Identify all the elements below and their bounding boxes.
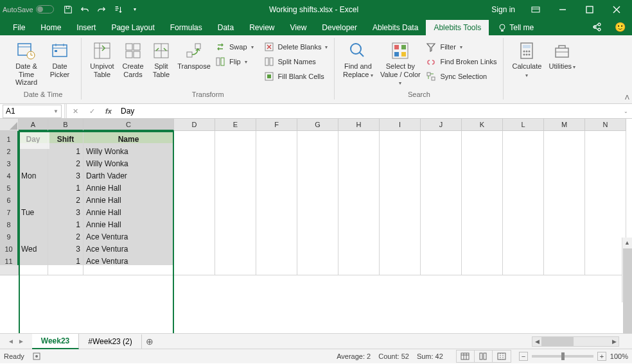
scroll-right-button[interactable]: ▶: [610, 338, 619, 345]
normal-view-button[interactable]: [457, 351, 475, 362]
name-box[interactable]: A1▼: [3, 105, 62, 118]
hscroll-thumb[interactable]: [541, 337, 574, 346]
cell-12-A[interactable]: [19, 265, 48, 275]
undo-button[interactable]: [77, 2, 92, 17]
flip-button[interactable]: Flip: [214, 55, 255, 68]
find-replace-button[interactable]: Find and Replace: [340, 39, 376, 87]
close-button[interactable]: [604, 0, 629, 19]
scroll-left-button[interactable]: ◀: [532, 338, 541, 345]
col-header-C[interactable]: C: [83, 119, 174, 131]
page-break-view-button[interactable]: [493, 351, 511, 362]
macro-record-icon[interactable]: [32, 352, 41, 361]
split-table-button[interactable]: Split Table: [148, 39, 174, 83]
ribbon-display-options[interactable]: [523, 0, 549, 19]
cell-12-C[interactable]: [83, 265, 174, 275]
tab-page-layout[interactable]: Page Layout: [103, 20, 162, 35]
cell-12-E[interactable]: [215, 265, 256, 275]
cell-12-K[interactable]: [462, 265, 503, 275]
col-header-N[interactable]: N: [585, 119, 626, 131]
save-button[interactable]: [60, 2, 76, 17]
cell-12-H[interactable]: [338, 265, 380, 275]
tab-view[interactable]: View: [283, 20, 315, 35]
col-header-B[interactable]: B: [48, 119, 83, 131]
transpose-button[interactable]: Transpose: [175, 39, 213, 83]
split-names-button[interactable]: Split Names: [263, 55, 329, 68]
col-header-A[interactable]: A: [19, 119, 48, 131]
enter-button[interactable]: ✓: [83, 104, 100, 119]
col-header-K[interactable]: K: [462, 119, 503, 131]
tab-file[interactable]: File: [5, 20, 33, 35]
col-header-H[interactable]: H: [338, 119, 380, 131]
find-broken-links-button[interactable]: Find Broken Links: [425, 55, 498, 68]
tellme-button[interactable]: Tell me: [493, 20, 539, 35]
col-header-E[interactable]: E: [215, 119, 256, 131]
scroll-up-button[interactable]: ▲: [622, 238, 632, 248]
sheet-nav-last[interactable]: ►: [18, 338, 24, 345]
sort-button[interactable]: [110, 2, 126, 17]
insert-function-button[interactable]: fx: [100, 104, 117, 119]
autosave-toggle[interactable]: AutoSave: [3, 5, 54, 13]
cell-12-G[interactable]: [297, 265, 338, 275]
minimize-button[interactable]: [550, 0, 575, 19]
cell-12-F[interactable]: [256, 265, 297, 275]
utilities-button[interactable]: Utilities: [546, 39, 578, 78]
col-header-L[interactable]: L: [503, 119, 544, 131]
row-header-12[interactable]: [0, 265, 19, 275]
feedback-emoji-icon[interactable]: 🙂: [608, 19, 632, 35]
namebox-dropdown[interactable]: ▼: [53, 108, 58, 114]
signin-button[interactable]: Sign in: [485, 3, 522, 17]
tab-data[interactable]: Data: [210, 20, 241, 35]
tab-home[interactable]: Home: [33, 20, 69, 35]
cell-12-J[interactable]: [421, 265, 462, 275]
vertical-scrollbar[interactable]: ▲: [622, 238, 632, 302]
calculate-button[interactable]: Calculate: [509, 39, 545, 78]
col-header-J[interactable]: J: [421, 119, 462, 131]
sheet-nav-first[interactable]: ◄: [8, 338, 14, 345]
select-all-corner[interactable]: [0, 119, 19, 131]
cell-12-I[interactable]: [380, 265, 421, 275]
col-header-M[interactable]: M: [544, 119, 585, 131]
tab-ablebits-tools[interactable]: Ablebits Tools: [426, 20, 489, 35]
col-header-I[interactable]: I: [380, 119, 421, 131]
expand-formula-bar-button[interactable]: ⌄: [619, 108, 632, 114]
cell-12-L[interactable]: [503, 265, 544, 275]
zoom-in-button[interactable]: +: [597, 352, 606, 361]
zoom-level[interactable]: 100%: [610, 352, 628, 360]
cell-12-D[interactable]: [174, 265, 215, 275]
cell-12-N[interactable]: [585, 265, 626, 275]
cell-12-B[interactable]: [48, 265, 83, 275]
sheet-tab-week23[interactable]: Week23: [32, 334, 79, 349]
collapse-ribbon-button[interactable]: ᐱ: [625, 94, 629, 101]
share-button[interactable]: [585, 19, 608, 35]
delete-blanks-button[interactable]: Delete Blanks: [263, 40, 329, 53]
select-by-value-color-button[interactable]: Select by Value / Color: [377, 39, 423, 87]
create-cards-button[interactable]: Create Cards: [119, 39, 147, 83]
col-header-F[interactable]: F: [256, 119, 297, 131]
date-time-wizard-button[interactable]: Date & Time Wizard: [10, 39, 42, 87]
cell-12-M[interactable]: [544, 265, 585, 275]
scroll-thumb[interactable]: [623, 248, 632, 333]
fill-blank-cells-button[interactable]: Fill Blank Cells: [263, 70, 329, 83]
page-layout-view-button[interactable]: [475, 351, 493, 362]
col-header-G[interactable]: G: [297, 119, 338, 131]
col-header-D[interactable]: D: [174, 119, 215, 131]
zoom-slider[interactable]: [532, 355, 593, 358]
tab-ablebits-data[interactable]: Ablebits Data: [365, 20, 426, 35]
sync-selection-button[interactable]: Sync Selection: [425, 70, 498, 83]
tab-insert[interactable]: Insert: [69, 20, 103, 35]
horizontal-scrollbar[interactable]: ◀ ▶: [532, 336, 619, 347]
unpivot-table-button[interactable]: Unpivot Table: [87, 39, 118, 83]
tab-developer[interactable]: Developer: [314, 20, 365, 35]
formula-input[interactable]: [117, 107, 619, 116]
maximize-button[interactable]: [577, 0, 602, 19]
tab-formulas[interactable]: Formulas: [162, 20, 210, 35]
redo-button[interactable]: [94, 2, 109, 17]
filter-button[interactable]: Filter: [425, 40, 498, 53]
sheet-tab-week23-copy[interactable]: #Week23 (2): [79, 334, 141, 349]
date-picker-button[interactable]: Date Picker: [44, 39, 76, 87]
cancel-button[interactable]: ✕: [67, 104, 83, 119]
swap-button[interactable]: Swap: [214, 40, 255, 53]
qat-more-button[interactable]: ▾: [127, 2, 143, 17]
new-sheet-button[interactable]: ⊕: [142, 336, 157, 347]
zoom-out-button[interactable]: −: [519, 352, 528, 361]
